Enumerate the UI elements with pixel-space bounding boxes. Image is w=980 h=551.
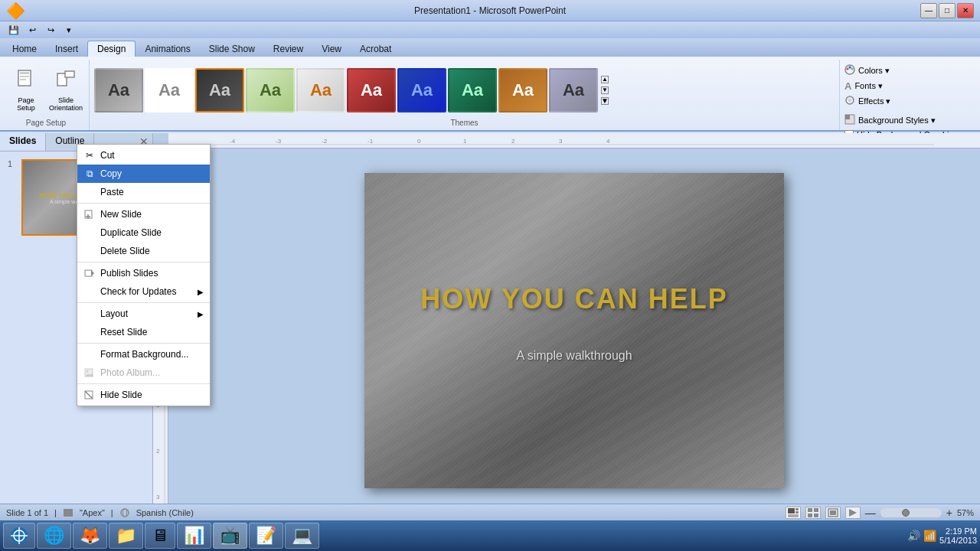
theme-couture[interactable]: Aa (498, 68, 547, 112)
context-separator-1 (77, 203, 210, 204)
status-separator-2: | (111, 508, 113, 517)
tab-slides[interactable]: Slides (0, 133, 46, 151)
svg-point-11 (848, 99, 851, 102)
start-button[interactable] (3, 523, 35, 549)
redo-button[interactable]: ↪ (43, 23, 58, 37)
svg-rect-1 (20, 72, 29, 74)
zoom-out-button[interactable]: — (865, 507, 876, 519)
colors-icon (844, 64, 855, 77)
svg-point-7 (847, 68, 849, 70)
theme-elemental[interactable]: Aa (549, 68, 598, 112)
theme-concourse[interactable]: Aa (448, 68, 497, 112)
context-hide-slide[interactable]: Hide Slide (77, 386, 210, 404)
context-new-slide-label: New Slide (100, 209, 142, 220)
tab-acrobat[interactable]: Acrobat (351, 41, 400, 57)
slide-sorter-button[interactable] (805, 507, 821, 519)
taskbar-right: 🔊 📶 2:19 PM 5/14/2013 (907, 527, 977, 545)
context-duplicate-slide[interactable]: Duplicate Slide (77, 223, 210, 242)
taskbar-excel-button[interactable]: 📊 (177, 523, 211, 549)
tab-home[interactable]: Home (3, 41, 46, 57)
tab-insert[interactable]: Insert (46, 41, 87, 57)
background-styles-button[interactable]: Background Styles ▾ (858, 116, 936, 126)
svg-text:-4: -4 (230, 138, 236, 145)
context-new-slide[interactable]: New Slide (77, 205, 210, 223)
context-layout[interactable]: Layout ▶ (77, 305, 210, 323)
svg-text:0: 0 (417, 138, 421, 145)
theme-composite[interactable]: Aa (397, 68, 446, 112)
slide-orientation-button[interactable]: SlideOrientation (47, 66, 84, 115)
svg-point-8 (849, 67, 851, 69)
context-cut[interactable]: ✂ Cut (77, 146, 210, 165)
themes-scroll-up[interactable]: ▲ (601, 76, 609, 83)
effects-row: Effects ▾ (844, 93, 972, 109)
themes-more[interactable]: ▼ (601, 97, 609, 105)
svg-text:1: 1 (463, 138, 467, 145)
tab-animations[interactable]: Animations (136, 41, 199, 57)
effects-button[interactable]: Effects ▾ (858, 96, 890, 106)
background-styles-row: Background Styles ▾ (844, 112, 972, 129)
svg-rect-52 (814, 514, 818, 517)
titlebar: 🔶 Presentation1 - Microsoft PowerPoint —… (0, 0, 980, 21)
effects-icon (844, 95, 855, 108)
svg-rect-51 (808, 514, 812, 517)
paste-icon (83, 186, 96, 198)
context-format-bg[interactable]: Format Background... (77, 345, 210, 364)
theme-badge (63, 507, 74, 517)
taskbar-monitor-button[interactable]: 💻 (285, 523, 319, 549)
theme-office[interactable]: Aa (94, 68, 143, 112)
taskbar-firefox-button[interactable]: 🦊 (73, 523, 107, 549)
theme-clarity[interactable]: Aa (347, 68, 396, 112)
slideshow-button[interactable] (845, 507, 861, 519)
minimize-button[interactable]: — (920, 3, 937, 18)
zoom-in-button[interactable]: + (946, 507, 952, 519)
tab-design[interactable]: Design (87, 41, 136, 57)
page-setup-button[interactable]: PageSetup (8, 66, 44, 115)
tab-review[interactable]: Review (264, 41, 312, 57)
reading-view-button[interactable] (825, 507, 841, 519)
qat-dropdown-button[interactable]: ▾ (61, 23, 77, 37)
svg-text:2: 2 (156, 448, 160, 455)
slide-title: HOW YOU CAN HELP (420, 283, 727, 315)
context-paste[interactable]: Paste (77, 183, 210, 201)
taskbar-folder-button[interactable]: 📁 (109, 523, 143, 549)
theme-aspect[interactable]: Aa (246, 68, 295, 112)
taskbar-windows-button[interactable]: 🖥 (145, 523, 175, 549)
colors-button[interactable]: Colors ▾ (858, 66, 890, 76)
context-separator-2 (77, 262, 210, 262)
reset-icon (83, 326, 96, 338)
context-layout-label: Layout (100, 308, 128, 319)
taskbar-ie-button[interactable]: 🌐 (37, 523, 71, 549)
theme-apex[interactable]: Aa (195, 68, 244, 112)
context-duplicate-label: Duplicate Slide (100, 227, 162, 238)
taskbar-ppt-button[interactable]: 📺 (213, 523, 247, 549)
close-button[interactable]: ✕ (957, 3, 974, 18)
svg-text:3: 3 (559, 138, 563, 145)
undo-button[interactable]: ↩ (24, 23, 40, 37)
maximize-button[interactable]: □ (939, 3, 956, 18)
context-delete-slide[interactable]: Delete Slide (77, 242, 210, 260)
main-slide-area: -4 -3 -2 -1 0 1 2 3 4 -3 -2 -1 0 1 2 3 H (153, 133, 980, 513)
quick-access-toolbar: 💾 ↩ ↪ ▾ (0, 21, 980, 38)
theme-default[interactable]: Aa (145, 68, 194, 112)
theme-civic[interactable]: Aa (296, 68, 345, 112)
slide-subtitle: A simple walkthrough (516, 349, 632, 363)
ribbon-group-background: Colors ▾ A Fonts ▾ Effects ▾ Background … (839, 60, 977, 130)
ruler-h-svg: -4 -3 -2 -1 0 1 2 3 4 (168, 133, 980, 148)
themes-scroll-down[interactable]: ▼ (601, 86, 609, 94)
taskbar-word-button[interactable]: 📝 (249, 523, 283, 549)
tab-view[interactable]: View (312, 41, 351, 57)
check-updates-arrow: ▶ (198, 288, 204, 296)
tab-slideshow[interactable]: Slide Show (200, 41, 264, 57)
save-button[interactable]: 💾 (6, 23, 21, 37)
main-slide[interactable]: HOW YOU CAN HELP A simple walkthrough (364, 173, 784, 488)
context-publish-slides[interactable]: Publish Slides (77, 264, 210, 282)
context-check-updates[interactable]: Check for Updates ▶ (77, 282, 210, 301)
taskbar: 🌐 🦊 📁 🖥 📊 📺 📝 💻 🔊 📶 2:19 PM 5/14/2013 (0, 520, 980, 551)
context-reset-slide[interactable]: Reset Slide (77, 323, 210, 341)
zoom-slider[interactable] (880, 508, 942, 517)
context-hide-slide-label: Hide Slide (100, 390, 142, 400)
normal-view-button[interactable] (786, 507, 801, 519)
fonts-button[interactable]: Fonts ▾ (854, 81, 883, 91)
context-copy[interactable]: ⧉ Copy (77, 165, 210, 183)
publish-icon (83, 267, 96, 279)
